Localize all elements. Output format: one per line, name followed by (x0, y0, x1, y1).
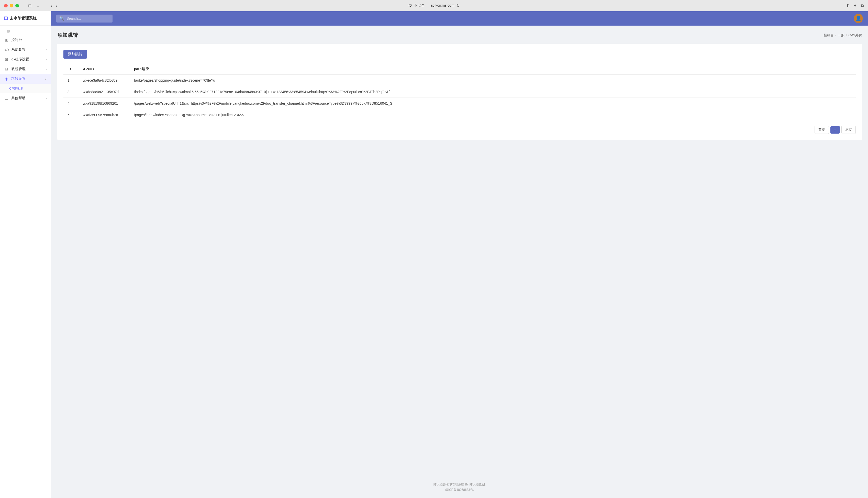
cell-path: taoke/pages/shopping-guide/index?scene=7… (130, 75, 856, 86)
breadcrumb-item-general: 一般 (838, 33, 844, 38)
cell-path: /pages/web/web?specialUrl=1&src=https%3A… (130, 98, 856, 109)
cell-appid: wxece3a9a4c82f58c9 (79, 75, 130, 86)
titlebar: ⊞ ⌄ ‹ › 🛡 不安全 — ao.koicms.com ↻ ⬆ + ⧉ (0, 0, 868, 11)
breadcrumb-sep-1: / (835, 33, 836, 37)
code-icon: </> (4, 48, 9, 52)
cell-appid: wxaf35009675aa0b2a (79, 109, 130, 121)
sidebar-label-help: 其他帮助 (11, 96, 26, 101)
redirect-icon: ◉ (4, 77, 9, 81)
sidebar-submenu-redirect: CPS管理 (0, 84, 51, 93)
chevron-down-icon-2: ∨ (44, 77, 47, 81)
share-icon[interactable]: ⬆ (846, 3, 850, 9)
chevron-down-icon[interactable]: ⌄ (35, 2, 41, 9)
last-page-button[interactable]: 尾页 (841, 126, 856, 134)
col-header-id: ID (64, 64, 79, 75)
forward-button[interactable]: › (54, 2, 59, 9)
chevron-right-icon-4: › (46, 96, 47, 100)
back-button[interactable]: ‹ (49, 2, 53, 9)
table-row: 1 wxece3a9a4c82f58c9 taoke/pages/shoppin… (64, 75, 856, 86)
sidebar-toggle-button[interactable]: ⊞ (27, 2, 33, 9)
breadcrumb-item-dashboard: 控制台 (824, 33, 834, 38)
cell-id: 3 (64, 86, 79, 98)
page-header: 添加跳转 控制台 / 一般 / CPS外卖 (57, 32, 862, 39)
table-row: 6 wxaf35009675aa0b2a /pages/index/index?… (64, 109, 856, 121)
sidebar-label-redirect: 跳转设置 (11, 77, 26, 81)
search-icon: 🔍 (59, 16, 65, 21)
sidebar-item-dashboard[interactable]: ▣ 控制台 (0, 35, 51, 45)
sidebar-item-other-help[interactable]: ☰ 其他帮助 › (0, 93, 51, 103)
add-redirect-button[interactable]: 添加跳转 (64, 50, 87, 58)
breadcrumb: 控制台 / 一般 / CPS外卖 (824, 33, 862, 38)
col-header-path: path路径 (130, 64, 856, 75)
sidebar: ❏ 去水印管理系统 一般 ▣ 控制台 </> 系统参数 › ⊞ 小程序设置 › … (0, 11, 51, 498)
reload-icon[interactable]: ↻ (457, 3, 460, 8)
topbar-right: 👤 (854, 14, 863, 23)
sidebar-item-system-params[interactable]: </> 系统参数 › (0, 45, 51, 54)
sidebar-label-cps: CPS管理 (9, 86, 23, 91)
content: 添加跳转 控制台 / 一般 / CPS外卖 添加跳转 ID APPID (51, 26, 868, 477)
logo-icon: ❏ (4, 16, 8, 21)
cell-path: /index/pages/h5/h5?lch=cps:waimai:5:65c5… (130, 86, 856, 98)
table-header-row: ID APPID path路径 (64, 64, 856, 75)
avatar[interactable]: 👤 (854, 14, 863, 23)
page-url: 不安全 — ao.koicms.com (414, 3, 454, 8)
logo-text: 去水印管理系统 (10, 16, 37, 21)
sidebar-label-dashboard: 控制台 (11, 38, 22, 42)
address-bar-area: 🛡 不安全 — ao.koicms.com ↻ (408, 3, 459, 8)
sidebar-item-tutorial[interactable]: ⊡ 教程管理 › (0, 64, 51, 74)
first-page-button[interactable]: 首页 (815, 126, 829, 134)
topbar: 🔍 👤 (51, 11, 868, 26)
breadcrumb-item-cps: CPS外卖 (848, 33, 862, 38)
cell-appid: wxde8ac0a21135c07d (79, 86, 130, 98)
footer-line-1: 陆大湿去水印管理系统 By 陆大湿原创. (56, 482, 863, 487)
minimize-dot[interactable] (10, 4, 13, 8)
pagination: 首页 1 尾页 (64, 126, 856, 134)
sidebar-item-miniapp-settings[interactable]: ⊞ 小程序设置 › (0, 54, 51, 64)
footer: 陆大湿去水印管理系统 By 陆大湿原创. 闽ICP备18068633号. (51, 477, 868, 498)
window-controls (4, 4, 19, 8)
main-card: 添加跳转 ID APPID path路径 1 wxece3a9a4c82f58c… (57, 44, 862, 140)
navigation-buttons: ‹ › (49, 2, 59, 9)
cell-id: 1 (64, 75, 79, 86)
help-icon: ☰ (4, 96, 9, 101)
close-dot[interactable] (4, 4, 8, 8)
sidebar-item-redirect-settings[interactable]: ◉ 跳转设置 ∨ (0, 74, 51, 84)
search-input[interactable] (67, 16, 107, 21)
chevron-right-icon-2: › (46, 57, 47, 61)
maximize-dot[interactable] (15, 4, 19, 8)
miniapp-icon: ⊞ (4, 57, 9, 62)
redirect-table: ID APPID path路径 1 wxece3a9a4c82f58c9 tao… (64, 64, 856, 120)
sidebar-logo: ❏ 去水印管理系统 (0, 11, 51, 26)
breadcrumb-sep-2: / (846, 33, 847, 37)
sidebar-section-general: 一般 (0, 26, 51, 35)
sidebar-label-tutorial: 教程管理 (11, 67, 26, 71)
dashboard-icon: ▣ (4, 38, 9, 42)
search-box[interactable]: 🔍 (56, 15, 112, 23)
shield-icon: 🛡 (408, 3, 412, 8)
chevron-right-icon: › (46, 48, 47, 51)
sidebar-toggle-area: ⊞ ⌄ (27, 2, 41, 9)
sidebar-label-system-params: 系统参数 (11, 47, 26, 52)
page-title: 添加跳转 (57, 32, 78, 39)
chevron-right-icon-3: › (46, 67, 47, 71)
sidebar-label-miniapp: 小程序设置 (11, 57, 29, 62)
table-row: 3 wxde8ac0a21135c07d /index/pages/h5/h5?… (64, 86, 856, 98)
table-row: 4 wxa918198f16869201 /pages/web/web?spec… (64, 98, 856, 109)
cell-id: 6 (64, 109, 79, 121)
fullscreen-icon[interactable]: ⧉ (860, 3, 864, 9)
app-layout: ❏ 去水印管理系统 一般 ▣ 控制台 </> 系统参数 › ⊞ 小程序设置 › … (0, 11, 868, 498)
page-1-button[interactable]: 1 (830, 126, 840, 134)
footer-line-2: 闽ICP备18068633号. (56, 487, 863, 493)
col-header-appid: APPID (79, 64, 130, 75)
cell-id: 4 (64, 98, 79, 109)
tutorial-icon: ⊡ (4, 67, 9, 71)
cell-path: /pages/index/index?scene=mDg79Kq&source_… (130, 109, 856, 121)
cell-appid: wxa918198f16869201 (79, 98, 130, 109)
main-area: 🔍 👤 添加跳转 控制台 / 一般 / CPS外卖 (51, 11, 868, 498)
browser-actions: ⬆ + ⧉ (846, 3, 864, 9)
add-tab-icon[interactable]: + (854, 3, 856, 9)
sidebar-item-cps-mgmt[interactable]: CPS管理 (0, 84, 51, 93)
